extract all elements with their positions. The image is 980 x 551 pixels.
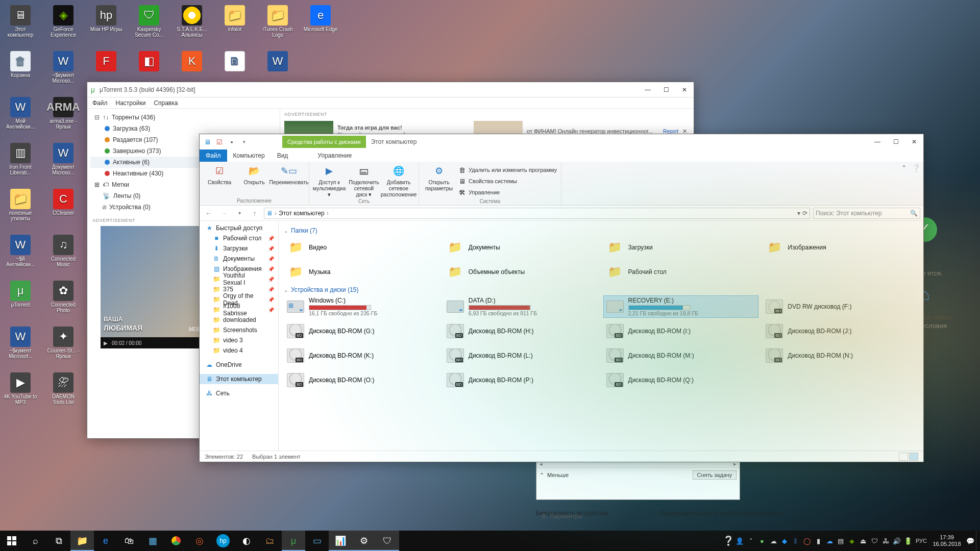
taskbar-chrome[interactable] — [164, 531, 188, 551]
search-input[interactable]: Поиск: Этот компьютер 🔍 — [813, 208, 920, 219]
tray-help-icon[interactable]: ❔ — [723, 531, 734, 551]
tray-overflow-icon[interactable]: ˄ — [745, 531, 756, 551]
play-icon[interactable]: ▶ — [104, 340, 108, 346]
tray-icon[interactable]: ☁ — [824, 531, 835, 551]
folder-item[interactable]: 📁Загрузки — [603, 236, 759, 259]
view-tiles[interactable] — [909, 453, 918, 461]
desktop-icon[interactable]: ▥Iron Front Liberati... — [2, 141, 39, 187]
nav-item[interactable]: 📁#1008 Sabrisse📌 — [200, 305, 278, 315]
desktop-icon[interactable]: W~$й Английски... — [2, 233, 39, 279]
drive-item[interactable]: DVD RW дисковод (F:) — [763, 295, 918, 318]
help-icon[interactable]: ❔ — [912, 164, 920, 172]
ribbon-open[interactable]: 📂Открыть — [238, 164, 270, 185]
close-button[interactable]: ✕ — [675, 82, 694, 97]
nav-up[interactable]: ↑ — [249, 207, 261, 219]
desktop-icon[interactable]: eMicrosoft Edge — [302, 3, 339, 49]
drive-item[interactable]: Дисковод BD-ROM (K:) — [284, 344, 439, 367]
tray-volume-icon[interactable]: 🔊 — [891, 531, 902, 551]
show-desktop[interactable] — [976, 531, 980, 551]
tray-nvidia-icon[interactable]: ◈ — [846, 531, 857, 551]
group-drives[interactable]: ⌄Устройства и диски (15) — [284, 286, 918, 293]
fewer-details[interactable]: Меньше — [547, 472, 569, 478]
desktop-icon[interactable]: hpМои HP Игры — [88, 3, 125, 49]
nav-item[interactable]: 📁Youthful Sexual I📌 — [200, 274, 278, 284]
qat-dropdown-icon[interactable]: ▾ — [239, 137, 249, 146]
tab-computer[interactable]: Компьютер — [227, 149, 271, 162]
ribbon-open-settings[interactable]: ⚙Открыть параметры — [423, 164, 455, 197]
desktop-icon[interactable]: ARMAarma3.exe - Ярлык — [45, 95, 82, 141]
menu-settings[interactable]: Настройки — [116, 99, 146, 107]
search-button[interactable]: ⌕ — [23, 531, 47, 551]
drive-item[interactable]: Дисковод BD-ROM (H:) — [444, 320, 599, 342]
desktop-icon[interactable]: ♫Connected Music — [45, 233, 82, 279]
drive-item[interactable]: Дисковод BD-ROM (Q:) — [603, 369, 759, 391]
folder-item[interactable]: 📁Объемные объекты — [444, 261, 599, 283]
tray-icon[interactable]: ● — [756, 531, 768, 551]
tree-item[interactable]: Загрузка (63) — [90, 123, 277, 134]
tray-icon[interactable]: ◆ — [779, 531, 790, 551]
taskbar-store[interactable]: 🛍 — [117, 531, 141, 551]
tray-language[interactable]: РУС — [914, 538, 929, 544]
drive-item[interactable]: Дисковод BD-ROM (N:) — [763, 344, 918, 367]
ribbon-manage[interactable]: 🛠Управление — [458, 187, 557, 197]
taskbar-settings[interactable]: ⚙ — [352, 531, 376, 551]
folder-item[interactable]: 📁Документы — [444, 236, 599, 259]
tray-icon[interactable]: ◯ — [801, 531, 813, 551]
breadcrumb-dropdown-icon[interactable]: ▾ — [797, 210, 800, 217]
nav-recent[interactable]: ▾ — [233, 207, 246, 219]
drive-item[interactable]: Дисковод BD-ROM (I:) — [603, 320, 759, 342]
nav-item[interactable]: ■Рабочий стол📌 — [200, 233, 278, 243]
desktop-icon[interactable]: μμTorrent — [2, 279, 39, 324]
desktop-icon[interactable]: CCCleaner — [45, 187, 82, 233]
taskbar-security[interactable]: 🛡 — [376, 531, 399, 551]
drive-item[interactable]: Дисковод BD-ROM (L:) — [444, 344, 599, 367]
tray-notifications-icon[interactable]: 💬 — [965, 531, 976, 551]
nav-quick-access[interactable]: ★Быстрый доступ — [200, 223, 278, 233]
taskbar-app[interactable]: ▦ — [141, 531, 164, 551]
folder-item[interactable]: 📁Музыка — [284, 261, 439, 283]
tray-defender-icon[interactable]: 🛡 — [869, 531, 880, 551]
tray-people-icon[interactable]: 👤 — [734, 531, 745, 551]
close-button[interactable]: ✕ — [905, 134, 923, 149]
nav-item[interactable]: ⬇Загрузки📌 — [200, 243, 278, 254]
drive-item[interactable]: Дисковод BD-ROM (O:) — [284, 369, 439, 391]
nav-forward[interactable]: → — [218, 207, 230, 219]
taskbar-app3[interactable]: ◐ — [235, 531, 258, 551]
nav-item[interactable]: 📁video 3 — [200, 335, 278, 345]
drive-item[interactable]: Дисковод BD-ROM (J:) — [763, 320, 918, 342]
drive-item[interactable]: RECOVERY (E:)2,21 ГБ свободно из 19,8 ГБ — [603, 295, 759, 318]
desktop-icon[interactable]: WДокумент Microso... — [45, 141, 82, 187]
nav-back[interactable]: ← — [203, 207, 215, 219]
tray-eject-icon[interactable]: ⏏ — [857, 531, 869, 551]
ribbon-uninstall[interactable]: 🗑Удалить или изменить программу — [458, 165, 557, 175]
drive-item[interactable]: Дисковод BD-ROM (G:) — [284, 320, 439, 342]
desktop-icon[interactable]: ✿Connected Photo — [45, 279, 82, 324]
desktop-icon[interactable]: W~$кумент Microso... — [45, 49, 82, 95]
tray-onedrive-icon[interactable]: ☁ — [768, 531, 779, 551]
desktop-icon[interactable]: 🖥Этот компьютер — [2, 3, 39, 49]
drive-item[interactable]: Дисковод BD-ROM (P:) — [444, 369, 599, 391]
nav-item[interactable]: 📁video 4 — [200, 345, 278, 356]
drive-item[interactable]: Дисковод BD-ROM (M:) — [603, 344, 759, 367]
sidebar-ad[interactable]: ВАША ЛЮБИМАЯ МЕБЕЛЬ ▶00:02 / 00:00🔊 — [101, 226, 213, 348]
menu-file[interactable]: Файл — [92, 99, 108, 107]
nav-onedrive[interactable]: ☁OneDrive — [200, 360, 278, 370]
nav-item[interactable]: 📁Screenshots — [200, 325, 278, 335]
refresh-icon[interactable]: ⟳ — [802, 210, 807, 217]
taskbar-hp[interactable]: hp — [216, 534, 230, 547]
tray-icon[interactable]: ▮ — [813, 531, 824, 551]
desktop-icon[interactable]: 📁iTunes Crash Logs — [259, 3, 296, 49]
nav-item[interactable]: 🗎Документы📌 — [200, 254, 278, 264]
ribbon-properties[interactable]: ☑Свойства — [204, 164, 235, 185]
taskview-button[interactable]: ⧉ — [47, 531, 70, 551]
ribbon-sysprops[interactable]: 🖥Свойства системы — [458, 176, 557, 186]
ribbon-map-drive[interactable]: 🖴Подключить сетевой диск ▾ — [348, 164, 380, 197]
contextual-tab-drivetools[interactable]: Средства работы с дисками — [282, 136, 366, 148]
desktop-icon[interactable]: 🗑Корзина — [2, 49, 39, 95]
minimize-button[interactable]: ― — [868, 134, 887, 149]
nav-this-pc[interactable]: 🖥Этот компьютер — [200, 374, 278, 384]
tray-icon[interactable]: ▤ — [835, 531, 846, 551]
desktop-icon[interactable]: W~$кумент Microsof... — [2, 324, 39, 370]
tray-battery-icon[interactable]: 🔋 — [902, 531, 914, 551]
nav-item[interactable]: 📁downloaded — [200, 315, 278, 325]
